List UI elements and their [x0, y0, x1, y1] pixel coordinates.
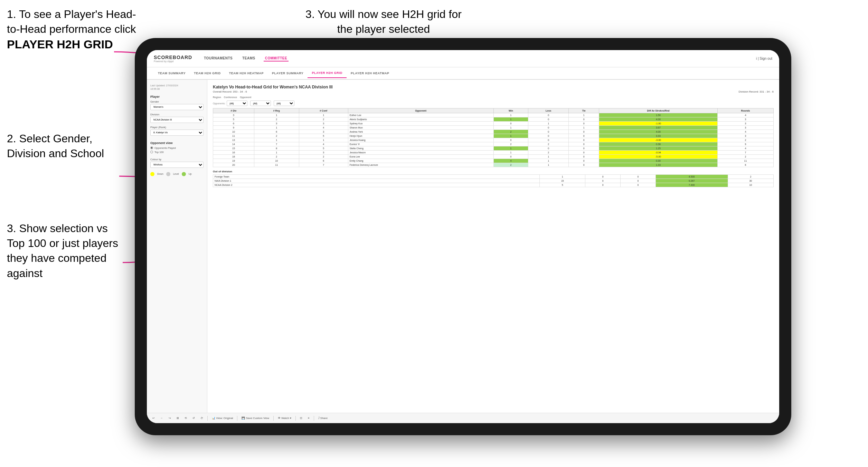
cell-reg: 11: [254, 163, 299, 167]
cell-rounds: 2: [717, 138, 773, 142]
last-updated-label: Last Updated: 27/03/2024: [150, 84, 178, 87]
opponent-view-section: Opponent view Opponents Played Top 100: [150, 141, 204, 154]
cell-tie: 0: [569, 163, 599, 167]
cell-reg: 6: [254, 130, 299, 134]
cell-rounds: 4: [717, 113, 773, 117]
conference-dropdown[interactable]: (All): [250, 101, 271, 106]
toolbar-sep-3: [273, 416, 274, 421]
ood-cell-win: 1: [540, 175, 585, 179]
gender-label: Gender: [150, 100, 204, 103]
sub-nav-player-h2h-heatmap[interactable]: PLAYER H2H HEATMAP: [347, 69, 394, 78]
gender-dropdown[interactable]: Women's Men's: [150, 104, 204, 110]
sub-nav-team-summary[interactable]: TEAM SUMMARY: [154, 69, 190, 78]
division-dropdown[interactable]: NCAA Division III NCAA Division I NCAA D…: [150, 117, 204, 123]
toolbar-refresh[interactable]: ⟲: [183, 416, 188, 420]
filter-conference: Conference: [224, 96, 237, 98]
cell-win: 1: [493, 151, 528, 155]
h2h-table: # Div # Reg # Conf Opponent Win Loss Tie…: [213, 108, 774, 167]
toolbar-sep-2: [237, 416, 237, 421]
cell-diff: 1.25: [599, 146, 718, 151]
ood-cell-win: 5: [540, 183, 585, 187]
ood-table-row: Foreign Team 1 0 0 4.500 2: [213, 175, 774, 179]
colour-dot-up: [182, 172, 186, 176]
left-panel: Last Updated: 27/03/2024 16:55:38 Player…: [147, 80, 207, 413]
col-diff: Diff Av Strokes/Rnd: [599, 108, 718, 113]
data-panel: Katelyn Vo Head-to-Head Grid for Women's…: [207, 80, 779, 413]
cell-loss: 0: [528, 134, 569, 138]
cell-conf: 6: [299, 159, 348, 163]
table-header-row: # Div # Reg # Conf Opponent Win Loss Tie…: [213, 108, 774, 113]
cell-opponent: Federica Domecq Lacroze: [348, 163, 493, 167]
cell-div: 6: [213, 122, 254, 126]
cell-rounds: 3: [717, 117, 773, 122]
toolbar-undo[interactable]: ↩: [151, 416, 156, 420]
radio-opponents-played[interactable]: Opponents Played: [150, 146, 204, 150]
sub-nav-team-h2h-heatmap[interactable]: TEAM H2H HEATMAP: [225, 69, 268, 78]
col-div: # Div: [213, 108, 254, 113]
colour-legend: Down Level Up: [150, 172, 204, 176]
cell-reg: 2: [254, 155, 299, 159]
cell-reg: 7: [254, 142, 299, 146]
cell-reg: 2: [254, 134, 299, 138]
cell-loss: 1: [528, 163, 569, 167]
cell-div: 9: [213, 126, 254, 130]
filter-row-dropdowns: Opponents: (All) (All) (All): [213, 101, 774, 106]
toolbar-lines[interactable]: ≡: [306, 416, 311, 420]
player-rank-dropdown[interactable]: 8. Katelyn Vo: [150, 130, 204, 136]
toolbar-view-original[interactable]: 📊 View: Original: [210, 416, 234, 420]
conference-label: Conference: [224, 96, 237, 98]
sub-nav-player-h2h-grid[interactable]: PLAYER H2H GRID: [308, 68, 347, 78]
toolbar-watch[interactable]: 👁 Watch ▾: [276, 416, 293, 420]
cell-reg: 8: [254, 146, 299, 151]
opponent-dropdown[interactable]: (All): [274, 101, 294, 106]
opponents-dropdown[interactable]: (All): [227, 101, 247, 106]
out-of-division-label: Out of division: [213, 170, 774, 173]
table-row: 6 3 3 Sydney Kuo 0 1 0 -1.00 3: [213, 122, 774, 126]
ood-cell-loss: 0: [585, 179, 621, 183]
sub-nav-team-h2h-grid[interactable]: TEAM H2H GRID: [190, 69, 225, 78]
radio-top100[interactable]: Top 100: [150, 151, 204, 154]
toolbar-grid[interactable]: ⊞: [175, 416, 180, 420]
nav-sign-out[interactable]: i | Sign out: [756, 57, 772, 60]
logo-title: SCOREBOARD: [154, 55, 192, 60]
data-title: Katelyn Vo Head-to-Head Grid for Women's…: [213, 85, 774, 89]
nav-teams[interactable]: TEAMS: [241, 56, 257, 61]
nav-committee[interactable]: COMMITTEE: [264, 56, 289, 61]
cell-diff: 3.33: [599, 134, 718, 138]
cell-loss: 0: [528, 138, 569, 142]
cell-rounds: 9: [717, 142, 773, 146]
toolbar-share[interactable]: ⤴ Share: [317, 416, 329, 420]
ood-cell-win: 15: [540, 179, 585, 183]
cell-reg: 1: [254, 126, 299, 130]
sub-nav-player-summary[interactable]: PLAYER SUMMARY: [268, 69, 308, 78]
radio-label-opponents: Opponents Played: [154, 146, 176, 150]
instruction-top-left: 1. To see a Player's Head-to-Head perfor…: [7, 7, 138, 53]
cell-reg: 1: [254, 151, 299, 155]
logo: SCOREBOARD Powered by clippd: [154, 55, 192, 63]
instruction-bot-left: 3. Show selection vs Top 100 or just pla…: [7, 221, 128, 281]
cell-opponent: Andrea York: [348, 130, 493, 134]
col-win: Win: [493, 108, 528, 113]
cell-reg: 3: [254, 122, 299, 126]
cell-rounds: 4: [717, 130, 773, 134]
cell-tie: 0: [569, 130, 599, 134]
toolbar-save-custom[interactable]: 💾 Save Custom View: [240, 416, 271, 420]
table-row: 13 1 1 Jessica Huang 0 0 0 -3.00 2: [213, 138, 774, 142]
col-tie: Tie: [569, 108, 599, 113]
colour-by-dropdown[interactable]: Win/loss: [150, 162, 204, 168]
cell-tie: 0: [569, 134, 599, 138]
cell-conf: 3: [299, 122, 348, 126]
toolbar-layout[interactable]: ⊡: [299, 416, 304, 420]
cell-diff: 3.67: [599, 126, 718, 130]
toolbar-timer[interactable]: ⏱: [199, 416, 205, 420]
cell-loss: 2: [528, 142, 569, 146]
data-subtitle: Overall Record: 353 - 34 - 6 Division Re…: [213, 90, 774, 93]
instruction-text-mid: 2. Select Gender, Division and School: [7, 132, 104, 160]
nav-tournaments[interactable]: TOURNAMENTS: [202, 56, 234, 61]
toolbar-reset[interactable]: ↺: [191, 416, 196, 420]
toolbar-redo[interactable]: ↪: [167, 416, 172, 420]
cell-tie: 1: [569, 113, 599, 117]
toolbar-back[interactable]: ←: [159, 416, 164, 420]
cell-rounds: 3: [717, 134, 773, 138]
cell-tie: 0: [569, 117, 599, 122]
